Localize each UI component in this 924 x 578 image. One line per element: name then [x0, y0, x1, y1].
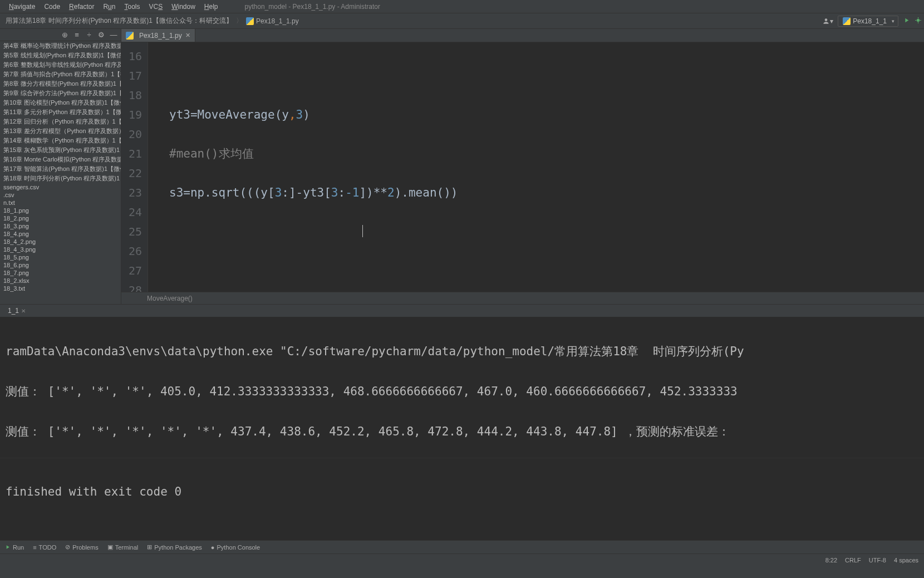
collapse-icon[interactable]: ÷	[85, 31, 93, 39]
tree-item[interactable]: 第16章 Monte Carlo模拟(Python 程序及数据)1	[0, 155, 121, 164]
tree-item[interactable]: 第6章 整数规划与非线性规划(Python 程序及数据	[0, 60, 121, 70]
tree-item[interactable]: 第18章 时间序列分析(Python 程序及数据)1【微信	[0, 174, 121, 183]
menu-bar: Navigate Code Refactor Run Tools VCS Win…	[0, 0, 924, 13]
todo-tool-button[interactable]: ≡ TODO	[33, 544, 56, 551]
cursor-position[interactable]: 8:22	[825, 557, 837, 564]
menu-tools[interactable]: Tools	[120, 2, 144, 12]
tree-item[interactable]: 第17章 智能算法(Python 程序及数据)1【微信公众	[0, 164, 121, 174]
menu-window[interactable]: Window	[167, 2, 200, 12]
menu-run[interactable]: Run	[99, 2, 120, 12]
editor-tab-bar: Pex18_1_1.py ✕	[121, 29, 924, 42]
run-config-label: Pex18_1_1	[853, 17, 887, 25]
tree-item[interactable]: .csv	[0, 191, 121, 199]
close-icon[interactable]: ✕	[185, 32, 190, 39]
run-button[interactable]	[903, 17, 910, 26]
tree-item[interactable]: n.txt	[0, 199, 121, 207]
tree-item[interactable]: 18_6.png	[0, 261, 121, 269]
tree-item[interactable]: 18_2.xlsx	[0, 277, 121, 285]
run-tool-window: 1_1 ✕ ramData\Anaconda3\envs\data\python…	[0, 304, 924, 458]
tree-item[interactable]: 第7章 插值与拟合(Python 程序及数据）1【微信公	[0, 70, 121, 79]
tree-item[interactable]: 第14章 模糊数学（Python 程序及数据）1【微信公	[0, 136, 121, 145]
project-tree[interactable]: 第4章 概率论与数理统计(Python 程序及数据)1 第5章 线性规划(Pyt…	[0, 41, 121, 304]
gear-icon[interactable]: ⚙	[97, 31, 105, 39]
python-packages-tool-button[interactable]: ⊞ Python Packages	[147, 543, 202, 551]
editor-area: Pex18_1_1.py ✕ 1617181920212223242526272…	[121, 29, 924, 304]
tree-item[interactable]: 18_4.png	[0, 230, 121, 238]
tree-item[interactable]: ssengers.csv	[0, 183, 121, 191]
run-tab-bar: 1_1 ✕	[0, 305, 924, 317]
user-icon[interactable]: ▾	[822, 17, 833, 25]
terminal-tool-button[interactable]: ▣ Terminal	[107, 543, 139, 551]
tree-item[interactable]: 18_4_2.png	[0, 238, 121, 246]
text-cursor	[362, 225, 363, 237]
indent-setting[interactable]: 4 spaces	[894, 557, 918, 564]
run-configuration-selector[interactable]: Pex18_1_1	[838, 16, 898, 27]
menu-vcs[interactable]: VCS	[144, 2, 167, 12]
tree-item[interactable]: 第4章 概率论与数理统计(Python 程序及数据)1	[0, 41, 121, 51]
run-tool-button[interactable]: Run	[4, 544, 24, 551]
tree-item[interactable]: 18_4_3.png	[0, 246, 121, 253]
code-content[interactable]: yt3=MoveAverage(y,3) #mean()求均值 s3=np.sq…	[148, 42, 924, 292]
tree-item[interactable]: 第11章 多元分析Python 程序及数据）1【微信公	[0, 107, 121, 117]
menu-navigate[interactable]: Navigate	[4, 2, 40, 12]
menu-code[interactable]: Code	[40, 2, 65, 12]
navigation-bar: 用算法第18章 时间序列分析(Python 程序及数据)1【微信公众号：科研交流…	[0, 13, 924, 29]
tree-item[interactable]: 第9章 综合评价方法(Python 程序及数据)1【微信	[0, 89, 121, 98]
locate-icon[interactable]: ⊕	[61, 31, 68, 39]
python-file-icon	[246, 17, 254, 25]
gutter: 16171819202122232425262728	[121, 42, 148, 292]
breadcrumb-file-label: Pex18_1_1.py	[256, 17, 299, 25]
editor-tab[interactable]: Pex18_1_1.py ✕	[121, 29, 195, 42]
tree-item[interactable]: 18_7.png	[0, 269, 121, 277]
file-encoding[interactable]: UTF-8	[869, 557, 886, 564]
sidebar-toolbar: ⊕ ≡ ÷ ⚙ —	[0, 29, 121, 41]
svg-point-0	[825, 18, 828, 21]
tab-label: Pex18_1_1.py	[139, 32, 182, 40]
python-file-icon	[843, 17, 851, 25]
svg-point-1	[917, 18, 920, 21]
python-console-tool-button[interactable]: ● Python Console	[211, 544, 260, 551]
problems-tool-button[interactable]: ⊘ Problems	[65, 543, 98, 551]
run-tab[interactable]: 1_1 ✕	[3, 307, 30, 315]
editor-body[interactable]: 16171819202122232425262728 yt3=MoveAvera…	[121, 42, 924, 292]
tree-item[interactable]: 第5章 线性规划(Python 程序及数据)1【微信公众	[0, 51, 121, 60]
tree-item[interactable]: 第12章 回归分析（Python 程序及数据）1【微信公	[0, 117, 121, 126]
tree-item[interactable]: 第8章 微分方程模型(Python 程序及数据)1【微信	[0, 79, 121, 89]
window-title: python_model - Pex18_1_1.py - Administra…	[245, 3, 380, 11]
breadcrumb-item-1[interactable]: 用算法第18章 时间序列分析(Python 程序及数据)1【微信公众号：科研交流…	[2, 16, 236, 26]
main-layout: ⊕ ≡ ÷ ⚙ — 第4章 概率论与数理统计(Python 程序及数据)1 第5…	[0, 29, 924, 304]
tree-item[interactable]: 18_3.txt	[0, 285, 121, 292]
breadcrumb-item-2[interactable]: Pex18_1_1.py	[243, 17, 302, 25]
bottom-tool-bar: Run ≡ TODO ⊘ Problems ▣ Terminal ⊞ Pytho…	[0, 540, 924, 553]
tree-item[interactable]: 18_2.png	[0, 214, 121, 222]
tree-item[interactable]: 18_1.png	[0, 207, 121, 214]
line-separator[interactable]: CRLF	[845, 557, 861, 564]
debug-button[interactable]	[915, 17, 922, 26]
run-tab-label: 1_1	[8, 307, 19, 315]
hide-icon[interactable]: —	[110, 31, 117, 39]
close-icon[interactable]: ✕	[21, 308, 26, 314]
breadcrumb-context: MoveAverage()	[121, 292, 924, 304]
status-bar: 8:22 CRLF UTF-8 4 spaces	[0, 553, 924, 566]
project-sidebar: ⊕ ≡ ÷ ⚙ — 第4章 概率论与数理统计(Python 程序及数据)1 第5…	[0, 29, 121, 304]
tree-item[interactable]: 第10章 图论模型(Python 程序及数据)1【微信公众	[0, 98, 121, 107]
tree-item[interactable]: 18_3.png	[0, 222, 121, 230]
tree-item[interactable]: 第13章 差分方程模型（Python 程序及数据）1【	[0, 126, 121, 136]
tree-item[interactable]: 18_5.png	[0, 253, 121, 261]
tree-item[interactable]: 第15章 灰色系统预测(Python 程序及数据)1【微信	[0, 145, 121, 155]
python-file-icon	[126, 32, 134, 40]
breadcrumb-sep-icon: 〉	[236, 16, 243, 26]
menu-help[interactable]: Help	[200, 2, 223, 12]
menu-refactor[interactable]: Refactor	[65, 2, 99, 12]
expand-icon[interactable]: ≡	[73, 31, 81, 39]
